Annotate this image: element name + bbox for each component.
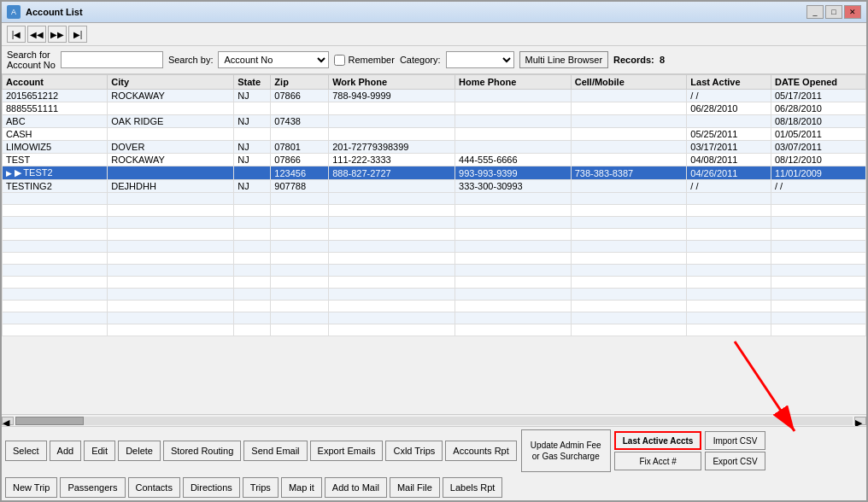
table-row[interactable]: TESTROCKAWAYNJ07866111-222-3333444-555-6… xyxy=(3,154,866,166)
prev-nav-button[interactable]: ◀◀ xyxy=(27,26,46,43)
col-header-state[interactable]: State xyxy=(234,75,271,90)
table-area: Account City State Zip Work Phone Home P… xyxy=(2,74,866,426)
table-row-empty xyxy=(3,301,866,312)
table-row-empty xyxy=(3,312,866,324)
csv-buttons: Import CSV Export CSV xyxy=(705,431,765,470)
table-scroll[interactable]: Account City State Zip Work Phone Home P… xyxy=(2,74,866,414)
col-header-home[interactable]: Home Phone xyxy=(455,75,572,90)
directions-button[interactable]: Directions xyxy=(183,477,240,498)
maximize-button[interactable]: □ xyxy=(825,5,842,19)
table-row[interactable]: TESTING2DEJHDHHNJ907788333-300-30993/ //… xyxy=(3,180,866,193)
edit-button[interactable]: Edit xyxy=(84,441,115,461)
passengers-button[interactable]: Passengers xyxy=(60,477,125,498)
button-row-2: New Trip Passengers Contacts Directions … xyxy=(2,475,866,500)
last-nav-button[interactable]: ▶| xyxy=(68,26,87,43)
table-row-empty xyxy=(3,289,866,301)
col-header-cell[interactable]: Cell/Mobile xyxy=(571,75,687,90)
table-row-empty xyxy=(3,265,866,277)
right-button-group: Update Admin Fee or Gas Surcharge Last A… xyxy=(521,429,765,472)
window-icon: A xyxy=(7,5,21,19)
contacts-button[interactable]: Contacts xyxy=(128,477,180,498)
col-header-account[interactable]: Account xyxy=(3,75,108,90)
search-by-label: Search by: xyxy=(168,55,214,65)
export-emails-button[interactable]: Export Emails xyxy=(310,441,384,461)
table-row-empty xyxy=(3,217,866,229)
window-title: Account List xyxy=(26,7,83,17)
add-button[interactable]: Add xyxy=(50,441,82,461)
mail-file-button[interactable]: Mail File xyxy=(390,477,440,498)
table-row[interactable]: 888555111106/28/201006/28/2010 xyxy=(3,102,866,115)
search-for-label: Search forAccount No xyxy=(7,50,56,70)
table-row[interactable]: ▶ TEST2123456888-827-2727993-993-9399738… xyxy=(3,166,866,180)
multi-browser-button[interactable]: Multi Line Browser xyxy=(519,51,608,68)
delete-button[interactable]: Delete xyxy=(118,441,161,461)
close-button[interactable]: ✕ xyxy=(844,5,861,19)
horizontal-scrollbar[interactable]: ◀ ▶ xyxy=(2,414,866,426)
map-it-button[interactable]: Map it xyxy=(281,477,322,498)
table-row-empty xyxy=(3,193,866,205)
category-select[interactable] xyxy=(446,51,514,68)
next-nav-button[interactable]: ▶▶ xyxy=(48,26,67,43)
table-row-empty xyxy=(3,229,866,241)
window-controls: _ □ ✕ xyxy=(806,5,861,19)
table-row[interactable]: ABCOAK RIDGENJ0743808/18/2010 xyxy=(3,115,866,128)
table-row-empty xyxy=(3,205,866,217)
col-header-work[interactable]: Work Phone xyxy=(329,75,455,90)
send-email-button[interactable]: Send Email xyxy=(243,441,307,461)
stored-routing-button[interactable]: Stored Routing xyxy=(163,441,241,461)
table-row[interactable]: CASH05/25/201101/05/2011 xyxy=(3,128,866,141)
remember-checkbox-label[interactable]: Remember xyxy=(334,55,394,66)
accounts-table: Account City State Zip Work Phone Home P… xyxy=(2,74,866,336)
scroll-left-arrow[interactable]: ◀ xyxy=(2,417,14,425)
first-nav-button[interactable]: |◀ xyxy=(7,26,26,43)
search-bar: Search forAccount No Search by: Account … xyxy=(2,46,866,74)
table-row-empty xyxy=(3,253,866,265)
search-by-select[interactable]: Account No Name City Phone xyxy=(218,51,329,68)
title-bar: A Account List _ □ ✕ xyxy=(2,2,866,23)
button-row-1: Select Add Edit Delete Stored Routing Se… xyxy=(2,427,866,475)
table-row[interactable]: 2015651212ROCKAWAYNJ07866788-949-9999/ /… xyxy=(3,90,866,102)
search-input[interactable] xyxy=(61,51,163,68)
table-row[interactable]: LIMOWIZ5DOVERNJ07801201-7277939839903/17… xyxy=(3,141,866,154)
cxld-trips-button[interactable]: Cxld Trips xyxy=(385,441,443,461)
main-window: A Account List _ □ ✕ |◀ ◀◀ ▶▶ ▶| Search … xyxy=(0,0,868,502)
records-count: 8 xyxy=(660,55,665,65)
minimize-button[interactable]: _ xyxy=(806,5,824,19)
fix-acct-button[interactable]: Fix Acct # xyxy=(614,452,702,470)
status-bar: Select Add Edit Delete Stored Routing Se… xyxy=(2,426,866,500)
table-row-empty xyxy=(3,277,866,289)
col-header-zip[interactable]: Zip xyxy=(271,75,329,90)
trips-button[interactable]: Trips xyxy=(243,477,279,498)
col-header-lastactive[interactable]: Last Active xyxy=(687,75,771,90)
table-row-empty xyxy=(3,324,866,336)
remember-checkbox[interactable] xyxy=(334,55,345,66)
category-label: Category: xyxy=(400,55,441,65)
table-row-empty xyxy=(3,241,866,253)
fix-import-export-buttons: Last Active Accts Fix Acct # xyxy=(614,431,702,470)
scrollbar-track[interactable] xyxy=(15,417,853,425)
import-csv-button[interactable]: Import CSV xyxy=(705,431,765,450)
select-button[interactable]: Select xyxy=(5,441,47,461)
col-header-city[interactable]: City xyxy=(108,75,234,90)
update-admin-fee-button[interactable]: Update Admin Fee or Gas Surcharge xyxy=(521,429,611,472)
nav-toolbar: |◀ ◀◀ ▶▶ ▶| xyxy=(2,23,866,46)
records-label: Records: 8 xyxy=(613,55,665,65)
col-header-dateopened[interactable]: DATE Opened xyxy=(771,75,865,90)
add-to-mail-button[interactable]: Add to Mail xyxy=(325,477,387,498)
scroll-right-arrow[interactable]: ▶ xyxy=(854,417,866,425)
last-active-accts-button[interactable]: Last Active Accts xyxy=(614,431,702,450)
labels-rpt-button[interactable]: Labels Rpt xyxy=(443,477,503,498)
scrollbar-thumb[interactable] xyxy=(15,417,84,425)
new-trip-button[interactable]: New Trip xyxy=(5,477,57,498)
accounts-rpt-button[interactable]: Accounts Rpt xyxy=(445,441,516,461)
export-csv-button[interactable]: Export CSV xyxy=(705,452,765,470)
